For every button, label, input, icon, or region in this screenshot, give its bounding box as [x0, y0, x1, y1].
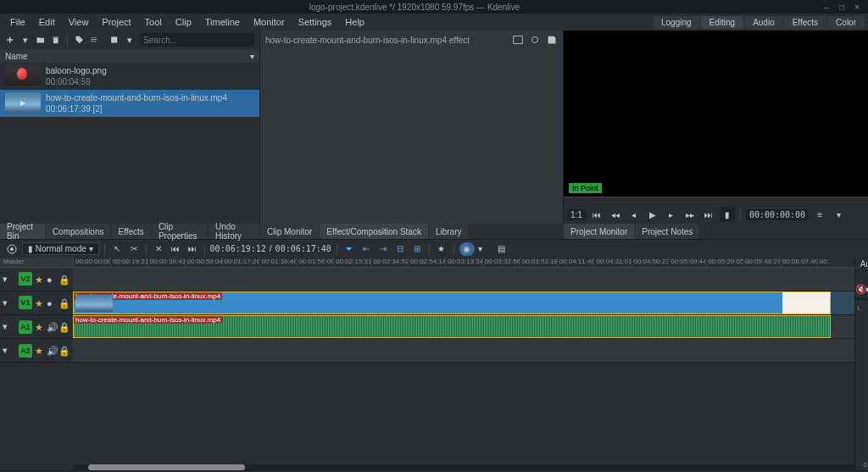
monitor-ruler[interactable] — [564, 197, 868, 205]
mute-audio-icon[interactable]: 🔊 — [47, 322, 56, 331]
minimize-icon[interactable]: – — [824, 3, 832, 11]
track-favorite-icon[interactable]: ★ — [35, 322, 44, 331]
tab-effect-stack[interactable]: Effect/Composition Stack — [320, 224, 428, 239]
menu-settings[interactable]: Settings — [292, 17, 339, 27]
tab-project-notes[interactable]: Project Notes — [635, 224, 699, 239]
menu-file[interactable]: File — [3, 17, 32, 27]
cut-icon[interactable]: ✕ — [152, 242, 165, 256]
timeline-scrollbar[interactable] — [73, 464, 854, 470]
workspace-editing[interactable]: Editing — [701, 16, 744, 29]
step-fwd-icon[interactable]: ▸ — [664, 207, 679, 222]
tab-compositions[interactable]: Compositions — [46, 224, 111, 239]
select-tool-icon[interactable]: ↖ — [110, 242, 124, 256]
preview-dropdown-icon[interactable]: ▾ — [478, 244, 492, 253]
maximize-icon[interactable]: □ — [839, 3, 848, 11]
track-body[interactable] — [73, 339, 854, 362]
tab-project-bin[interactable]: Project Bin — [0, 224, 45, 239]
scrollbar-thumb[interactable] — [88, 464, 244, 470]
pan-slider[interactable] — [855, 297, 868, 301]
view-mode-icon[interactable] — [109, 34, 119, 46]
expand-track-icon[interactable]: ▾ — [3, 274, 16, 285]
rewind-icon[interactable]: ◂◂ — [608, 207, 623, 222]
search-input[interactable] — [140, 33, 254, 47]
track-body[interactable]: how-to-create-mount-and-burn-isos-in-lin… — [73, 315, 854, 338]
menu-help[interactable]: Help — [338, 17, 371, 27]
tab-project-monitor[interactable]: Project Monitor — [564, 224, 634, 239]
toggle-effects-icon[interactable] — [529, 34, 541, 46]
save-stack-icon[interactable] — [546, 34, 558, 46]
insert-icon[interactable]: ⊞ — [410, 242, 424, 256]
mute-icon[interactable]: ● — [47, 275, 56, 284]
menu-monitor[interactable]: Monitor — [247, 17, 292, 27]
next-edit-icon[interactable]: ⏭ — [186, 242, 199, 256]
track-body[interactable] — [73, 268, 854, 291]
db-value[interactable]: 0.00dB — [863, 461, 868, 469]
settings-icon[interactable] — [5, 242, 19, 256]
track-label[interactable]: A1 — [19, 320, 32, 334]
workspace-effects[interactable]: Effects — [784, 16, 826, 29]
view-dropdown-icon[interactable]: ▾ — [124, 34, 135, 46]
edit-mode-select[interactable]: ▮ Normal mode ▾ — [22, 242, 99, 255]
lock-icon[interactable]: 🔒 — [58, 298, 68, 308]
play-icon[interactable]: ▶ — [645, 207, 660, 222]
track-favorite-icon[interactable]: ★ — [35, 298, 44, 308]
prev-keyframe-icon[interactable]: ⏮ — [589, 207, 604, 222]
mute-audio-icon[interactable]: 🔊 — [47, 346, 56, 355]
track-label[interactable]: A2 — [19, 344, 32, 358]
expand-track-icon[interactable]: ▾ — [3, 345, 16, 356]
workspace-color[interactable]: Color — [827, 16, 865, 29]
overwrite-icon[interactable]: ⊟ — [393, 242, 407, 256]
lock-icon[interactable]: 🔒 — [58, 275, 68, 284]
audio-clip[interactable]: how-to-create-mount-and-burn-isos-in-lin… — [73, 315, 831, 338]
track-label[interactable]: V2 — [19, 272, 32, 286]
tab-effects[interactable]: Effects — [111, 224, 150, 239]
tab-undo-history[interactable]: Undo History — [209, 224, 259, 239]
track-favorite-icon[interactable]: ★ — [35, 275, 44, 284]
bin-item[interactable]: how-to-create-mount-and-burn-isos-in-lin… — [0, 90, 259, 117]
sort-dropdown-icon[interactable]: ▾ — [250, 52, 254, 61]
options-icon[interactable]: ≡ — [812, 207, 827, 222]
menu-project[interactable]: Project — [95, 17, 137, 27]
timeline-position[interactable]: 00:06:19:12 — [210, 244, 266, 253]
tab-clip-monitor[interactable]: Clip Monitor — [260, 224, 319, 239]
zone-out-icon[interactable]: ⇥ — [376, 242, 390, 256]
step-back-icon[interactable]: ◂ — [626, 207, 642, 222]
bin-item[interactable]: baloon-logo.png 00:00:04:59 — [0, 63, 259, 90]
timeline-ruler[interactable]: Master 00:00:00:0000:00:19:2100:00:38:43… — [0, 258, 854, 268]
expand-track-icon[interactable]: ▾ — [3, 321, 16, 332]
mute-icon[interactable]: 🔇 — [855, 284, 863, 292]
tab-clip-properties[interactable]: Clip Properties — [152, 224, 208, 239]
list-view-icon[interactable] — [89, 34, 98, 46]
zoom-ratio[interactable]: 1:1 — [567, 209, 586, 220]
preview-render-icon[interactable]: ◉ — [459, 242, 475, 256]
next-keyframe-icon[interactable]: ⏭ — [701, 207, 716, 222]
monitor-video[interactable]: In Point — [564, 31, 868, 197]
delete-icon[interactable] — [51, 34, 60, 46]
snap-point-icon[interactable]: ⏷ — [342, 242, 356, 256]
expand-track-icon[interactable]: ▾ — [3, 297, 16, 308]
workspace-audio[interactable]: Audio — [744, 16, 783, 29]
track-favorite-icon[interactable]: ★ — [35, 346, 44, 355]
guide-icon[interactable]: ▤ — [495, 242, 509, 256]
menu-tool[interactable]: Tool — [138, 17, 169, 27]
tab-library[interactable]: Library — [429, 224, 469, 239]
zone-in-icon[interactable]: ⇤ — [359, 242, 373, 256]
tag-icon[interactable] — [75, 34, 84, 46]
prev-edit-icon[interactable]: ⏮ — [169, 242, 182, 256]
solo-icon[interactable]: ● — [865, 284, 868, 292]
menu-edit[interactable]: Edit — [32, 17, 62, 27]
razor-tool-icon[interactable]: ✂ — [127, 242, 141, 256]
forward-icon[interactable]: ▸▸ — [682, 207, 698, 222]
record-icon[interactable]: ▮ — [720, 207, 735, 222]
menu-clip[interactable]: Clip — [169, 17, 198, 27]
lock-icon[interactable]: 🔒 — [58, 346, 68, 355]
folder-icon[interactable] — [36, 34, 45, 46]
close-icon[interactable]: × — [854, 3, 863, 11]
workspace-logging[interactable]: Logging — [653, 16, 700, 29]
mute-icon[interactable]: ● — [47, 298, 56, 308]
track-body[interactable]: how-to-create-mount-and-burn-isos-in-lin… — [73, 292, 854, 314]
options-dropdown-icon[interactable]: ▾ — [831, 207, 846, 222]
split-view-icon[interactable] — [512, 34, 524, 46]
add-dropdown-icon[interactable]: ▾ — [19, 34, 31, 46]
video-clip[interactable]: how-to-create-mount-and-burn-isos-in-lin… — [73, 292, 831, 314]
